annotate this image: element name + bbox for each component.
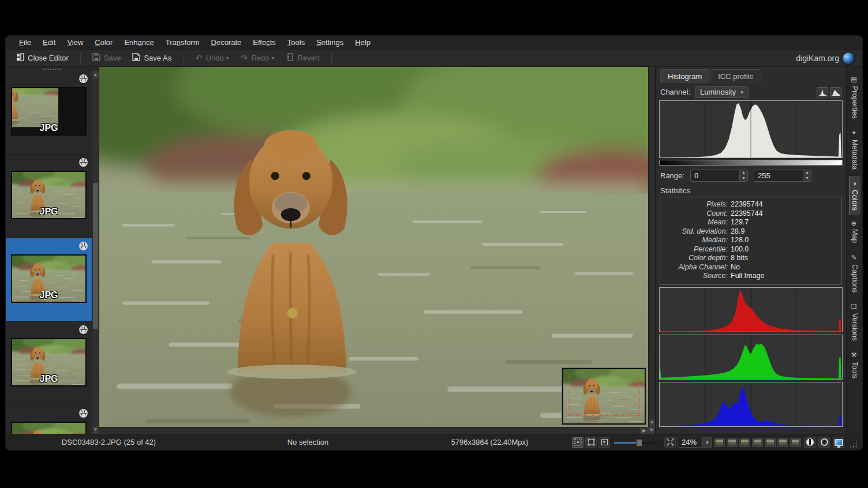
menu-effects[interactable]: Effects [248, 36, 281, 48]
tab-histogram[interactable]: Histogram [660, 69, 709, 83]
channel-select[interactable]: Luminosity ▾ [695, 86, 749, 98]
revert-button[interactable]: Revert [282, 51, 324, 65]
close-editor-icon [16, 53, 24, 63]
menu-color[interactable]: Color [89, 36, 118, 48]
luminosity-histogram[interactable] [659, 100, 843, 158]
spin-up-icon[interactable]: ▲ [803, 170, 811, 176]
sidebar-tab-map[interactable]: ⊕Map [849, 217, 860, 247]
zoom-select-button[interactable] [572, 437, 583, 448]
canvas-vertical-scrollbar[interactable]: ▼ [648, 67, 655, 427]
sidebar-tab-metadata[interactable]: ✦Metadata [849, 125, 860, 174]
canvas-horizontal-scrollbar[interactable]: ▶ [99, 427, 648, 434]
zoom-slider[interactable] [614, 437, 660, 448]
thumbnail-item-1[interactable]: JPG [6, 71, 92, 155]
zoom-fit-button[interactable] [664, 437, 676, 448]
status-filename: DSC03483-2.JPG (25 of 42) [9, 438, 208, 446]
overexposure-indicator-button[interactable] [818, 437, 830, 448]
sidebar-tab-colors[interactable]: ◑Colors [849, 176, 860, 215]
preview-mode-target-button[interactable] [727, 438, 738, 447]
sidebar-tab-properties[interactable]: ▤Properties [849, 72, 860, 123]
preview-mode-split-horizontal-button[interactable] [739, 438, 750, 447]
undo-dropdown-caret[interactable]: ▾ [226, 55, 229, 61]
menu-edit[interactable]: Edit [38, 36, 61, 48]
color-managed-view-button[interactable] [833, 437, 844, 448]
thumbnail-item-2[interactable]: JPG [6, 155, 92, 238]
statistics-group: Pixels:22395744 Count:22395744 Mean:129.… [660, 197, 842, 285]
blue-channel-histogram [659, 382, 843, 427]
digikam-brand[interactable]: digiKam.org [796, 52, 856, 64]
thumbnail-image: JPG [11, 422, 87, 434]
preview-mode-split-vertical-button[interactable] [752, 438, 763, 447]
spin-down-icon[interactable]: ▼ [803, 176, 811, 182]
status-dimensions: 5796x3864 (22.40Mpx) [407, 438, 572, 446]
stat-percentile: Percentile:100.0 [663, 245, 837, 254]
zoom-dropdown-button[interactable]: ▾ [703, 437, 712, 448]
thumbnail-scrollbar-handle[interactable] [93, 183, 98, 328]
thumbnail-item-4[interactable]: JPG [6, 322, 92, 406]
menu-help[interactable]: Help [350, 36, 376, 48]
stat-pixels: Pixels:22395744 [663, 200, 837, 209]
spin-down-icon[interactable]: ▼ [740, 176, 747, 182]
redo-button[interactable]: ↷ Redo ▾ [236, 52, 279, 64]
save-as-button[interactable]: Save As [128, 51, 176, 65]
linear-scale-button[interactable] [817, 87, 828, 97]
sidebar-tab-captions[interactable]: ✎Captions [849, 250, 860, 296]
redo-dropdown-caret[interactable]: ▾ [272, 55, 275, 61]
status-bar: DSC03483-2.JPG (25 of 42) No selection 5… [6, 434, 862, 450]
thumbnail-item-5[interactable]: JPG [6, 406, 92, 434]
thumbnail-sidebar: JPG JPG JPG [6, 67, 99, 434]
save-icon [92, 53, 100, 63]
window-resize-grip[interactable] [850, 440, 858, 448]
menu-settings[interactable]: Settings [311, 36, 349, 48]
zoom-slider-handle[interactable] [636, 439, 642, 446]
preview-mode-toggle-button[interactable] [790, 438, 801, 447]
menu-file[interactable]: File [14, 36, 36, 48]
pan-button[interactable]: ✥ [648, 427, 655, 434]
geolocation-icon [78, 74, 88, 84]
stat-std-deviation: Std. deviation:28.9 [663, 227, 837, 237]
thumbbar-drag-handle[interactable] [6, 67, 99, 71]
toolbar-separator [183, 53, 184, 63]
menu-view[interactable]: View [62, 36, 88, 48]
scroll-up-arrow[interactable]: ▲ [92, 71, 99, 79]
underexposure-indicator-button[interactable] [804, 437, 815, 448]
preview-mode-original-button[interactable] [714, 438, 725, 447]
geolocation-icon [78, 325, 88, 335]
stat-alpha-channel: Alpha Channel:No [663, 263, 837, 272]
colors-icon: ◑ [851, 180, 858, 187]
menu-enhance[interactable]: Enhance [119, 36, 159, 48]
save-button[interactable]: Save [88, 51, 126, 65]
thumbnail-scrollbar[interactable]: ▲ ▼ [92, 71, 99, 434]
scroll-right-arrow[interactable]: ▶ [640, 427, 648, 434]
status-selection: No selection [208, 438, 407, 446]
scroll-down-arrow[interactable]: ▼ [92, 426, 99, 434]
preview-mode-duplicate-vertical-button[interactable] [777, 438, 788, 447]
menu-decorate[interactable]: Decorate [206, 36, 247, 48]
logarithmic-scale-button[interactable] [830, 87, 841, 97]
fit-to-window-button[interactable] [585, 437, 597, 448]
tonal-gradient-strip [659, 160, 843, 166]
visible-region-rect[interactable] [568, 373, 640, 416]
scroll-down-arrow[interactable]: ▼ [649, 419, 655, 427]
green-channel-histogram [659, 335, 843, 380]
zoom-percent-combo[interactable]: 24% ▾ [678, 437, 712, 448]
tools-icon: ⚒ [851, 351, 858, 359]
close-editor-button[interactable]: Close Editor [12, 51, 73, 65]
range-max-spinbox[interactable]: 255 ▲▼ [754, 170, 811, 182]
range-min-spinbox[interactable]: 0 ▲▼ [690, 170, 748, 182]
menu-transform[interactable]: Transform [160, 36, 205, 48]
sidebar-tab-versions[interactable]: ❏Versions [849, 299, 860, 345]
pan-navigation-overlay[interactable] [562, 368, 646, 425]
digikam-editor-window: File Edit View Color Enhance Transform D… [6, 36, 862, 450]
fit-to-selection-button[interactable] [598, 437, 610, 448]
editor-canvas[interactable]: ▼ ▶ ✥ [99, 67, 656, 434]
tab-icc-profile[interactable]: ICC profile [710, 69, 761, 83]
preview-mode-duplicate-horizontal-button[interactable] [765, 438, 776, 447]
sidebar-tab-tools[interactable]: ⚒Tools [849, 347, 860, 382]
thumbnail-item-3-selected[interactable]: JPG [6, 238, 92, 322]
undo-button[interactable]: ↶ Undo ▾ [190, 52, 234, 64]
save-as-icon [132, 53, 140, 63]
right-sidebar-tabs: ▤Properties ✦Metadata ◑Colors ⊕Map ✎Capt… [846, 67, 862, 434]
spin-up-icon[interactable]: ▲ [740, 170, 747, 176]
menu-tools[interactable]: Tools [282, 36, 310, 48]
